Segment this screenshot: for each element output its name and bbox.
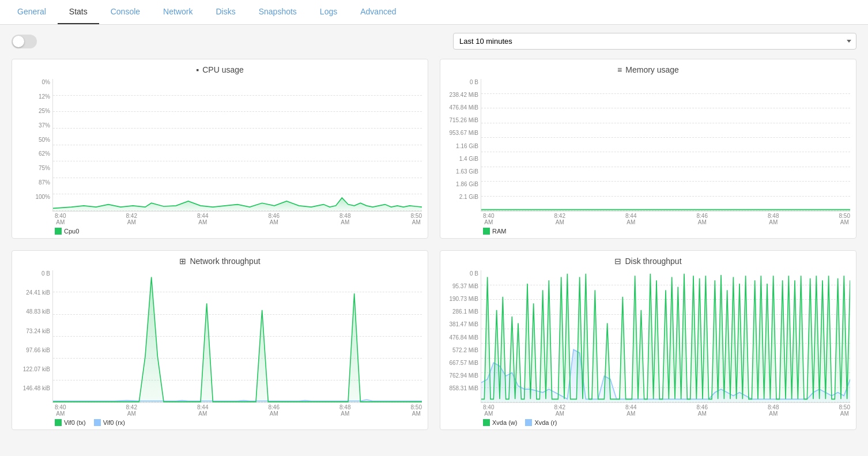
cpu0-legend-label: Cpu0 [64, 228, 79, 235]
svg-marker-3 [53, 277, 422, 402]
xvda-w-legend-label: Xvda (w) [492, 419, 517, 426]
cpu-chart-plot [52, 79, 422, 212]
charts-grid: ▪ CPU usage 100% 87% 75% 62% 50% 37% 25%… [12, 59, 856, 430]
cpu0-legend-color [55, 228, 62, 235]
disk-chart-title: ⊟ Disk throughput [446, 257, 850, 266]
toggle-button[interactable] [12, 35, 37, 48]
disk-icon: ⊟ [614, 257, 621, 266]
cpu-chart-container: ▪ CPU usage 100% 87% 75% 62% 50% 37% 25%… [12, 59, 428, 239]
memory-x-axis: 8:40AM 8:42AM 8:44AM 8:46AM 8:48AM 8:50A… [446, 213, 850, 225]
xvda-r-legend-color [525, 419, 532, 426]
tab-general[interactable]: General [6, 0, 58, 24]
tab-snapshots[interactable]: Snapshots [247, 0, 308, 24]
disk-chart-area: 858.31 MiB 762.94 MiB 667.57 MiB 572.2 M… [446, 270, 850, 403]
disk-y-axis: 858.31 MiB 762.94 MiB 667.57 MiB 572.2 M… [446, 270, 481, 403]
network-chart-legend: Vif0 (tx) Vif0 (rx) [18, 419, 422, 426]
disk-chart-svg [481, 270, 850, 402]
cpu-icon: ▪ [196, 65, 199, 74]
time-select-wrapper: Last 10 minutes Last hour Last day Last … [453, 33, 856, 50]
network-icon: ⊞ [179, 257, 186, 266]
tab-stats[interactable]: Stats [58, 0, 99, 24]
memory-chart-container: ≡ Memory usage 2.1 GiB 1.86 GiB 1.63 GiB… [440, 59, 856, 239]
memory-chart-legend: RAM [446, 228, 850, 235]
time-range-select[interactable]: Last 10 minutes Last hour Last day Last … [453, 33, 856, 50]
cpu-chart-title: ▪ CPU usage [18, 65, 422, 74]
memory-chart-svg [481, 79, 850, 211]
cpu-chart-svg [53, 79, 422, 211]
tab-network[interactable]: Network [152, 0, 204, 24]
vif0-tx-legend-label: Vif0 (tx) [64, 419, 86, 426]
tab-advanced[interactable]: Advanced [349, 0, 407, 24]
ram-legend-color [483, 228, 490, 235]
disk-x-axis: 8:40AM 8:42AM 8:44AM 8:46AM 8:48AM 8:50A… [446, 404, 850, 417]
vif0-rx-legend-color [94, 419, 101, 426]
network-chart-plot [52, 270, 422, 403]
cpu-x-axis: 8:40AM 8:42AM 8:44AM 8:46AM 8:48AM 8:50A… [18, 213, 422, 225]
stats-content: Last 10 minutes Last hour Last day Last … [0, 25, 868, 438]
tab-bar: General Stats Console Network Disks Snap… [0, 0, 868, 25]
top-controls: Last 10 minutes Last hour Last day Last … [12, 33, 856, 50]
tab-disks[interactable]: Disks [204, 0, 247, 24]
cpu-chart-area: 100% 87% 75% 62% 50% 37% 25% 12% 0% [18, 79, 422, 212]
cpu-chart-legend: Cpu0 [18, 228, 422, 235]
cpu-y-axis: 100% 87% 75% 62% 50% 37% 25% 12% 0% [18, 79, 52, 212]
network-chart-area: 146.48 kiB 122.07 kiB 97.66 kiB 73.24 ki… [18, 270, 422, 403]
network-chart-title: ⊞ Network throughput [18, 257, 422, 266]
tab-console[interactable]: Console [99, 0, 152, 24]
vif0-rx-legend-label: Vif0 (rx) [103, 419, 125, 426]
memory-chart-plot [481, 79, 850, 212]
memory-chart-title: ≡ Memory usage [446, 65, 850, 74]
network-chart-container: ⊞ Network throughput 146.48 kiB 122.07 k… [12, 250, 428, 430]
network-chart-svg [53, 270, 422, 402]
tab-logs[interactable]: Logs [308, 0, 349, 24]
network-y-axis: 146.48 kiB 122.07 kiB 97.66 kiB 73.24 ki… [18, 270, 52, 403]
ram-legend-label: RAM [492, 228, 506, 235]
disk-chart-plot [481, 270, 850, 403]
network-x-axis: 8:40AM 8:42AM 8:44AM 8:46AM 8:48AM 8:50A… [18, 404, 422, 417]
disk-chart-legend: Xvda (w) Xvda (r) [446, 419, 850, 426]
disk-chart-container: ⊟ Disk throughput 858.31 MiB 762.94 MiB … [440, 250, 856, 430]
xvda-r-legend-label: Xvda (r) [534, 419, 557, 426]
memory-icon: ≡ [617, 65, 622, 74]
vif0-tx-legend-color [55, 419, 62, 426]
memory-y-axis: 2.1 GiB 1.86 GiB 1.63 GiB 1.4 GiB 1.16 G… [446, 79, 481, 212]
xvda-w-legend-color [483, 419, 490, 426]
memory-chart-area: 2.1 GiB 1.86 GiB 1.63 GiB 1.4 GiB 1.16 G… [446, 79, 850, 212]
